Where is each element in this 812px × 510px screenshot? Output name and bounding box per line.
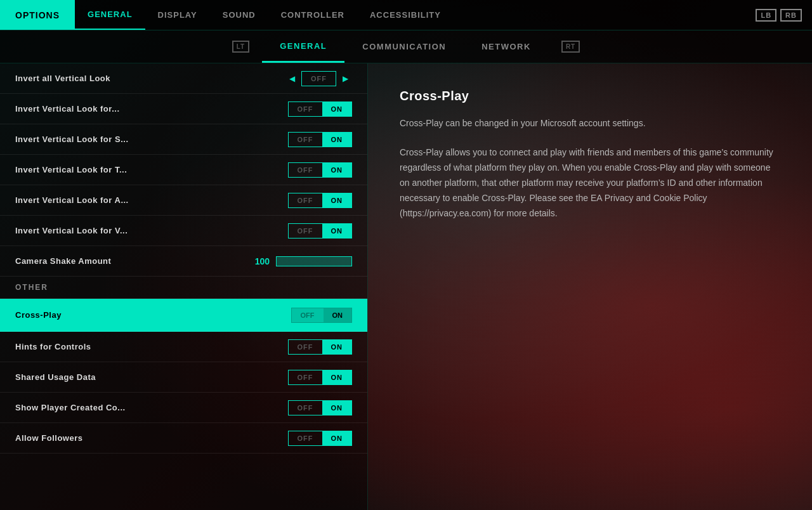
slider-fill	[277, 257, 351, 266]
toggle-off-allow-followers: OFF	[289, 431, 322, 445]
toggle-on-1: ON	[322, 102, 352, 116]
toggle-on-4: ON	[322, 193, 352, 207]
setting-row-invert-5[interactable]: Invert Vertical Look for V... OFF ON	[0, 216, 367, 246]
toggle-off-shared-usage: OFF	[289, 370, 322, 384]
setting-row-shared-usage[interactable]: Shared Usage Data OFF ON	[0, 362, 367, 393]
info-panel: Cross-Play Cross-Play can be changed in …	[368, 63, 812, 510]
setting-label-invert-3: Invert Vertical Look for T...	[15, 165, 127, 174]
setting-label-cross-play: Cross-Play	[15, 310, 62, 320]
top-nav: OPTIONS GENERAL DISPLAY SOUND CONTROLLER…	[0, 0, 812, 30]
setting-label-invert-4: Invert Vertical Look for A...	[15, 195, 129, 205]
rt-button[interactable]: RT	[561, 41, 580, 53]
toggle-off-cross-play: OFF	[292, 308, 324, 322]
toggle-allow-followers[interactable]: OFF ON	[288, 431, 353, 446]
toggle-on-3: ON	[322, 163, 352, 177]
options-button[interactable]: OPTIONS	[0, 0, 75, 30]
setting-row-allow-followers[interactable]: Allow Followers OFF ON	[0, 423, 367, 454]
settings-panel[interactable]: Invert all Vertical Look ◀ OFF ▶ Invert …	[0, 63, 368, 510]
toggle-off-4: OFF	[289, 193, 322, 207]
main-content: Invert all Vertical Look ◀ OFF ▶ Invert …	[0, 63, 812, 510]
toggle-off-label: OFF	[302, 72, 336, 86]
nav-tab-display[interactable]: DISPLAY	[145, 0, 210, 30]
toggle-on-shared-usage: ON	[322, 370, 352, 384]
setting-row-invert-4[interactable]: Invert Vertical Look for A... OFF ON	[0, 185, 367, 216]
nav-tab-accessibility[interactable]: ACCESSIBILITY	[357, 0, 454, 30]
section-other-header: OTHER	[0, 277, 367, 299]
setting-label-invert-2: Invert Vertical Look for S...	[15, 134, 129, 144]
setting-label-invert-all: Invert all Vertical Look	[15, 74, 110, 83]
setting-row-hints[interactable]: Hints for Controls OFF ON	[0, 332, 367, 362]
toggle-invert-1[interactable]: OFF ON	[288, 101, 353, 117]
setting-label-invert-5: Invert Vertical Look for V...	[15, 226, 128, 235]
nav-tab-general[interactable]: GENERAL	[75, 0, 145, 30]
setting-row-invert-2[interactable]: Invert Vertical Look for S... OFF ON	[0, 124, 367, 155]
arrow-left-icon[interactable]: ◀	[289, 74, 295, 83]
setting-row-invert-3[interactable]: Invert Vertical Look for T... OFF ON	[0, 155, 367, 185]
toggle-invert-4[interactable]: OFF ON	[288, 193, 353, 208]
toggle-on-hints: ON	[322, 340, 352, 354]
toggle-hints[interactable]: OFF ON	[288, 339, 353, 355]
toggle-on-5: ON	[322, 224, 352, 238]
setting-label-show-player: Show Player Created Co...	[15, 403, 126, 412]
toggle-off-5: OFF	[289, 224, 322, 238]
toggle-off-3: OFF	[289, 163, 322, 177]
arrow-toggle-control: ◀ OFF ▶	[285, 71, 352, 86]
toggle-on-2: ON	[322, 133, 352, 147]
toggle-shared-usage[interactable]: OFF ON	[288, 370, 353, 385]
info-subtitle: Cross-Play can be changed in your Micros…	[400, 116, 780, 130]
toggle-off-hints: OFF	[289, 340, 322, 354]
bumper-buttons: LB RB	[756, 9, 802, 22]
sub-tab-communication[interactable]: COMMUNICATION	[344, 30, 464, 63]
setting-label-invert-1: Invert Vertical Look for...	[15, 104, 120, 114]
setting-row-show-player[interactable]: Show Player Created Co... OFF ON	[0, 393, 367, 423]
lt-button[interactable]: LT	[232, 41, 249, 53]
toggle-invert-3[interactable]: OFF ON	[288, 162, 353, 178]
sub-tab-general[interactable]: GENERAL	[262, 30, 344, 63]
sub-nav: LT GENERAL COMMUNICATION NETWORK RT	[0, 30, 812, 63]
setting-row-cross-play-selected[interactable]: Cross-Play OFF ON	[0, 299, 367, 332]
setting-row-invert-1[interactable]: Invert Vertical Look for... OFF ON	[0, 94, 367, 124]
toggle-on-show-player: ON	[322, 401, 352, 415]
toggle-off-2: OFF	[289, 133, 322, 147]
toggle-on-cross-play: ON	[324, 308, 352, 322]
setting-row-invert-all[interactable]: Invert all Vertical Look ◀ OFF ▶	[0, 63, 367, 94]
toggle-show-player[interactable]: OFF ON	[288, 400, 353, 415]
info-title: Cross-Play	[400, 89, 780, 103]
toggle-off-1: OFF	[289, 102, 322, 116]
sub-tab-network[interactable]: NETWORK	[464, 30, 549, 63]
arrow-right-icon[interactable]: ▶	[343, 74, 348, 83]
setting-row-camera-shake[interactable]: Camera Shake Amount 100	[0, 246, 367, 277]
toggle-off-show-player: OFF	[289, 401, 322, 415]
setting-label-shared-usage: Shared Usage Data	[15, 372, 96, 382]
setting-label-camera-shake: Camera Shake Amount	[15, 256, 111, 266]
slider-value: 100	[255, 256, 270, 266]
toggle-invert-5[interactable]: OFF ON	[288, 223, 353, 239]
toggle-cross-play[interactable]: OFF ON	[291, 308, 353, 323]
lb-button[interactable]: LB	[756, 9, 776, 22]
setting-label-allow-followers: Allow Followers	[15, 433, 82, 443]
setting-label-hints: Hints for Controls	[15, 342, 91, 351]
nav-tab-sound[interactable]: SOUND	[210, 0, 268, 30]
toggle-on-allow-followers: ON	[322, 431, 352, 445]
rb-button[interactable]: RB	[780, 9, 802, 22]
info-body: Cross-Play allows you to connect and pla…	[400, 145, 780, 221]
camera-shake-control: 100	[255, 256, 352, 266]
nav-tab-controller[interactable]: CONTROLLER	[268, 0, 357, 30]
toggle-invert-all[interactable]: OFF	[301, 71, 336, 86]
slider-track[interactable]	[276, 256, 352, 266]
toggle-invert-2[interactable]: OFF ON	[288, 132, 353, 147]
